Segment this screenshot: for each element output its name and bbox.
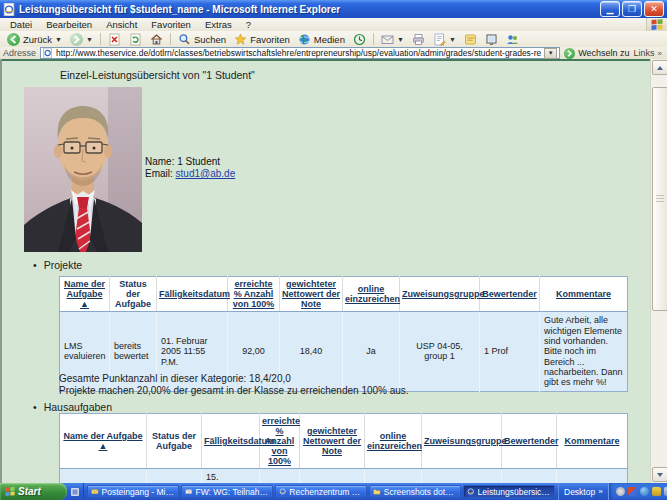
go-button[interactable]: Wechseln zu	[564, 48, 629, 59]
start-button[interactable]: Start	[0, 483, 67, 500]
taskbar-task-mail[interactable]: FW: WG: Teilnahme v...	[181, 485, 273, 498]
sort-header-faelligkeitsdatum[interactable]: Fälligkeitsdatum	[202, 414, 260, 469]
back-button[interactable]: Zurück ▼	[4, 32, 65, 46]
sort-header-faelligkeitsdatum[interactable]: Fälligkeitsdatum	[157, 277, 228, 312]
print-button[interactable]	[409, 32, 428, 46]
tray-volume-icon[interactable]	[640, 487, 649, 496]
menu-ansicht[interactable]: Ansicht	[99, 19, 144, 30]
search-button[interactable]: Suchen	[175, 32, 229, 46]
taskbar-task-posteingang[interactable]: Posteingang - Micros...	[87, 485, 179, 498]
forward-button[interactable]: ▼	[67, 32, 96, 46]
restore-button[interactable]: ❐	[622, 1, 642, 17]
cell-online: Ja	[343, 312, 400, 391]
taskbar-task-rechenzentrum[interactable]: Rechenzentrum Uni K...	[275, 485, 367, 498]
sort-header-kommentare[interactable]: Kommentare	[540, 277, 628, 312]
projekte-summary-points: Gesamte Punktanzahl in dieser Kategorie:…	[59, 373, 291, 384]
sort-header-online-einzureichen[interactable]: online einzureichen	[365, 414, 422, 469]
taskbar: Start Posteingang - Micros... FW: WG: Te…	[0, 483, 667, 500]
sort-header-zuweisungsgruppe[interactable]: Zuweisungsgruppe	[422, 414, 502, 469]
cell-gruppe: USP 04-05, group 1	[400, 312, 480, 391]
refresh-button[interactable]	[126, 32, 145, 46]
ie-icon	[279, 487, 286, 496]
tray-network-icon[interactable]	[664, 487, 667, 496]
fullscreen-button[interactable]	[482, 32, 501, 46]
sort-header-name-der-aufgabe[interactable]: Name der Aufgabe ▲	[60, 277, 110, 312]
menu-favoriten[interactable]: Favoriten	[144, 19, 198, 30]
sort-header-erreichte-prozent[interactable]: erreichte % Anzahl von 100%	[228, 277, 280, 312]
minimize-button[interactable]: ▁	[600, 1, 620, 17]
cell-online: Ja	[365, 469, 422, 483]
back-label: Zurück	[23, 34, 52, 45]
start-flag-icon	[5, 487, 15, 497]
sort-header-nettowert[interactable]: gewichteter Nettowert der Note	[280, 277, 343, 312]
links-chevron-icon[interactable]: »	[658, 49, 662, 58]
desktop-toolbar[interactable]: Desktop »	[558, 483, 608, 500]
vertical-scrollbar[interactable]	[650, 59, 667, 483]
menu-extras[interactable]: Extras	[198, 19, 239, 30]
sort-header-bewertender[interactable]: Bewertender	[502, 414, 557, 469]
taskbar-task-leistungsuebersicht[interactable]: Leistungsübersicht fü...	[463, 485, 555, 498]
address-dropdown-icon[interactable]: ▼	[544, 48, 557, 59]
scrollbar-thumb[interactable]	[652, 87, 667, 311]
messenger-button[interactable]	[503, 32, 522, 46]
sort-header-online-einzureichen[interactable]: online einzureichen	[343, 277, 400, 312]
hausaufgaben-table: Name der Aufgabe ▲ Status der Aufgabe Fä…	[59, 413, 628, 483]
quick-launch-area[interactable]	[67, 483, 84, 500]
sort-header-name-der-aufgabe[interactable]: Name der Aufgabe ▲	[60, 414, 147, 469]
edit-dropdown-icon[interactable]: ▼	[449, 36, 456, 43]
sort-header-kommentare[interactable]: Kommentare	[557, 414, 628, 469]
discuss-button[interactable]	[461, 32, 480, 46]
cell-aufgabe: Zusammenfassung OpenACS	[60, 469, 147, 483]
cell-prozent: 100,00	[260, 469, 300, 483]
mail-dropdown-icon[interactable]: ▼	[397, 36, 404, 43]
address-input[interactable]: http://www.theservice.de/dotlrn/classes/…	[40, 47, 560, 59]
stop-icon	[108, 33, 121, 46]
star-icon	[234, 33, 247, 46]
tray-app-icon[interactable]	[628, 487, 637, 496]
cell-bewertender: 1 Prof	[502, 469, 557, 483]
stop-button[interactable]	[105, 32, 124, 46]
forward-dropdown-icon[interactable]: ▼	[86, 36, 93, 43]
menu-hilfe[interactable]: ?	[239, 19, 258, 30]
student-info: Name: 1 Student Email: stud1@ab.de	[145, 156, 235, 180]
outlook-icon	[91, 487, 99, 496]
sort-header-nettowert[interactable]: gewichteter Nettowert der Note	[300, 414, 365, 469]
windows-logo-icon	[646, 18, 667, 31]
address-label: Adresse	[3, 48, 36, 58]
sort-header-bewertender[interactable]: Bewertender	[480, 277, 540, 312]
section-projekte-title: Projekte	[33, 259, 82, 271]
screen-icon	[485, 33, 498, 46]
student-email-link[interactable]: stud1@ab.de	[176, 168, 236, 179]
sort-header-erreichte-prozent[interactable]: erreichte % Anzahl von 100%	[260, 414, 300, 469]
links-label[interactable]: Links	[634, 48, 655, 58]
student-name-line: Name: 1 Student	[145, 156, 235, 168]
ie-page-icon	[3, 3, 16, 16]
mail-button[interactable]: ▼	[378, 32, 407, 46]
section-hausaufgaben-title: Hausaufgaben	[33, 401, 112, 413]
cell-status: bereits bewertet	[147, 469, 202, 483]
back-dropdown-icon[interactable]: ▼	[55, 36, 62, 43]
page-title: Einzel-Leistungsübersicht von "1 Student…	[60, 69, 255, 81]
menu-bearbeiten[interactable]: Bearbeiten	[39, 19, 99, 30]
toolbar-separator	[170, 33, 171, 45]
media-button[interactable]: Medien	[295, 32, 348, 46]
scroll-up-button[interactable]	[652, 60, 667, 75]
taskbar-task-screenshots[interactable]: Screenshots dotLRN...	[369, 485, 461, 498]
menu-datei[interactable]: Datei	[3, 19, 39, 30]
close-button[interactable]: ✕	[644, 1, 664, 17]
print-icon	[412, 33, 425, 46]
edit-button[interactable]: ▼	[430, 32, 459, 46]
sort-header-zuweisungsgruppe[interactable]: Zuweisungsgruppe	[400, 277, 480, 312]
mail-message-icon	[185, 487, 192, 496]
desktop-chevron-icon[interactable]: »	[598, 487, 602, 496]
tray-update-icon[interactable]	[652, 487, 661, 496]
projekte-summary-weight: Projekte machen 20,00% der gesamt in der…	[59, 385, 409, 396]
scroll-down-button[interactable]	[652, 467, 667, 482]
history-button[interactable]	[350, 32, 369, 46]
tray-clock-icon[interactable]	[616, 487, 625, 496]
mail-icon	[381, 33, 394, 46]
favorites-button[interactable]: Favoriten	[231, 32, 293, 46]
go-label: Wechseln zu	[578, 48, 629, 58]
cell-bewertender: 1 Prof	[480, 312, 540, 391]
home-button[interactable]	[147, 32, 166, 46]
